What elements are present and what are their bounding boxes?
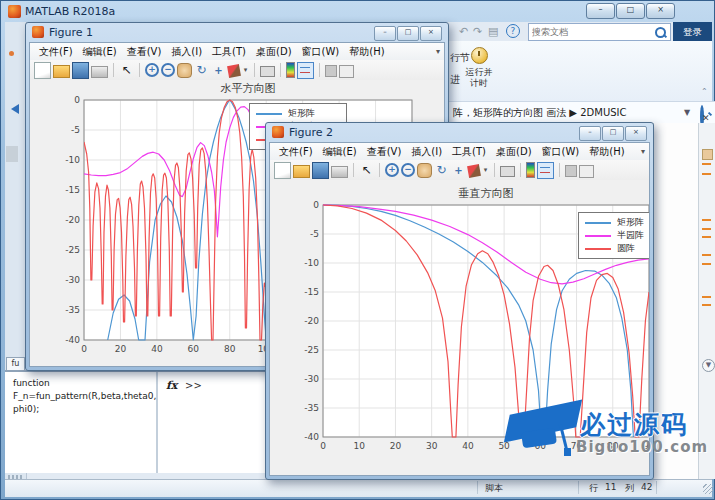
rotate-3d-icon[interactable]: ↻	[434, 163, 449, 178]
editor-close-icon[interactable]: ✕	[702, 113, 710, 123]
menu-item-7[interactable]: 帮助(H)	[584, 145, 629, 159]
close-button[interactable]: ×	[625, 126, 647, 141]
undo-icon[interactable]: ↶	[459, 25, 468, 38]
new-figure-icon[interactable]	[274, 162, 291, 179]
menu-item-0[interactable]: 文件(F)	[34, 45, 78, 59]
svg-text:40: 40	[151, 344, 163, 354]
menu-item-2[interactable]: 查看(V)	[362, 145, 407, 159]
graduation-cap-base	[521, 428, 557, 449]
warning-mark[interactable]	[702, 236, 711, 238]
colorbar-icon[interactable]	[286, 62, 295, 78]
menu-item-0[interactable]: 文件(F)	[274, 145, 318, 159]
open-icon[interactable]	[53, 65, 70, 78]
maximize-button[interactable]: □	[602, 126, 624, 141]
brush-caret-icon[interactable]: ▾	[482, 163, 489, 178]
menu-item-3[interactable]: 插入(I)	[406, 145, 447, 159]
run-and-time-button[interactable]: 运行并 计时	[458, 67, 500, 89]
run-section-label[interactable]: 行节	[450, 51, 470, 65]
minimize-button[interactable]: –	[579, 126, 601, 141]
minimize-button[interactable]: –	[586, 3, 615, 19]
colorbar-icon[interactable]	[526, 162, 535, 178]
menu-item-1[interactable]: 编辑(E)	[318, 145, 362, 159]
figure2-titlebar[interactable]: Figure 2 –□×	[266, 123, 653, 142]
menubar-overflow-icon[interactable]: ▾	[436, 47, 440, 56]
link-plot-icon[interactable]	[260, 66, 275, 77]
menu-item-5[interactable]: 桌面(D)	[491, 145, 537, 159]
search-icon[interactable]	[655, 27, 666, 38]
menu-item-4[interactable]: 工具(T)	[207, 45, 251, 59]
doc-search-box[interactable]	[528, 23, 671, 41]
command-window[interactable]: fx >>	[158, 372, 266, 473]
warning-mark[interactable]	[702, 228, 711, 230]
menu-item-2[interactable]: 查看(V)	[122, 45, 167, 59]
warning-mark[interactable]	[702, 254, 711, 256]
warning-mark[interactable]	[702, 163, 711, 165]
brush-icon[interactable]	[467, 164, 481, 178]
pan-icon[interactable]	[417, 163, 432, 178]
save-icon[interactable]	[312, 162, 329, 179]
figure1-menubar: 文件(F)编辑(E)查看(V)插入(I)工具(T)桌面(D)窗口(W)帮助(H)…	[30, 43, 444, 61]
plottools-show-icon[interactable]	[579, 165, 594, 178]
close-button[interactable]: ×	[646, 3, 675, 19]
zoom-out-icon[interactable]: −	[161, 63, 175, 77]
ribbon-collapse-icon[interactable]: ⌃	[701, 87, 708, 96]
data-cursor-icon[interactable]: +	[451, 163, 466, 178]
back-arrow-icon[interactable]	[6, 104, 19, 114]
redo-icon[interactable]: ↷	[473, 25, 482, 38]
menu-item-7[interactable]: 帮助(H)	[344, 45, 389, 59]
doc-search-input[interactable]	[529, 27, 655, 37]
toolbar-separator	[520, 163, 521, 177]
new-figure-icon[interactable]	[34, 62, 51, 79]
legend-label: 半园阵	[617, 229, 644, 242]
minimize-button[interactable]: –	[374, 26, 396, 41]
plottools-hide-icon[interactable]	[325, 65, 337, 77]
pointer-icon[interactable]: ↖	[119, 63, 134, 78]
resize-grip[interactable]	[703, 484, 713, 494]
menu-item-1[interactable]: 编辑(E)	[78, 45, 122, 59]
maximize-button[interactable]: □	[397, 26, 419, 41]
editor-file-tab[interactable]: fu	[6, 357, 25, 371]
link-plot-icon[interactable]	[500, 166, 515, 177]
data-cursor-icon[interactable]: +	[211, 63, 226, 78]
menu-item-6[interactable]: 窗口(W)	[537, 145, 585, 159]
legend-icon[interactable]	[537, 162, 554, 179]
open-icon[interactable]	[293, 165, 310, 178]
svg-text:-40: -40	[304, 432, 319, 442]
menu-item-3[interactable]: 插入(I)	[166, 45, 207, 59]
save-icon[interactable]	[72, 62, 89, 79]
menu-item-6[interactable]: 窗口(W)	[297, 45, 345, 59]
annotation-summary-icon[interactable]	[702, 149, 713, 160]
zoom-in-icon[interactable]: +	[385, 163, 399, 177]
warning-mark[interactable]	[702, 296, 711, 298]
rotate-3d-icon[interactable]: ↻	[194, 63, 209, 78]
warning-mark[interactable]	[702, 304, 711, 306]
pan-icon[interactable]	[177, 63, 192, 78]
legend-icon[interactable]	[297, 62, 314, 79]
print-quick-icon[interactable]: ▤	[488, 25, 498, 38]
zoom-out-icon[interactable]: −	[401, 163, 415, 177]
login-button[interactable]: 登录	[673, 22, 712, 41]
menu-item-4[interactable]: 工具(T)	[447, 145, 491, 159]
figure2-legend[interactable]: 矩形阵半园阵圆阵	[578, 212, 650, 259]
maximize-button[interactable]: □	[616, 3, 645, 19]
pointer-icon[interactable]: ↖	[359, 163, 374, 178]
menu-item-5[interactable]: 桌面(D)	[251, 45, 297, 59]
path-dropdown-icon[interactable]: ▼	[684, 108, 690, 117]
figure1-titlebar[interactable]: Figure 1 –□×	[26, 23, 448, 42]
scroll-down-icon[interactable]: ▼	[702, 359, 715, 372]
plottools-show-icon[interactable]	[339, 65, 354, 78]
print-icon[interactable]	[331, 166, 348, 178]
warning-mark[interactable]	[702, 219, 711, 221]
warning-mark[interactable]	[702, 173, 711, 175]
run-and-time-icon[interactable]	[471, 47, 488, 64]
plottools-hide-icon[interactable]	[565, 165, 577, 177]
menubar-overflow-icon[interactable]: ▾	[641, 147, 645, 156]
warning-mark[interactable]	[702, 263, 711, 265]
svg-text:-20: -20	[304, 316, 319, 326]
brush-icon[interactable]	[227, 64, 241, 78]
close-button[interactable]: ×	[420, 26, 442, 41]
brush-caret-icon[interactable]: ▾	[242, 63, 249, 78]
print-icon[interactable]	[91, 66, 108, 78]
zoom-in-icon[interactable]: +	[145, 63, 159, 77]
help-icon[interactable]: ?	[506, 24, 520, 38]
